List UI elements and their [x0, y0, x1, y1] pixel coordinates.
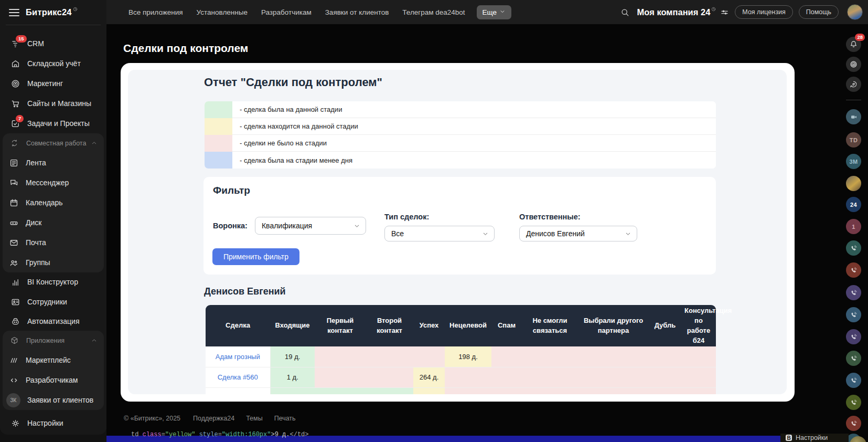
rail-avatar-photo[interactable]	[846, 176, 861, 191]
background-settings-window[interactable]: B Настройки	[780, 434, 849, 442]
copilot-spiral-icon[interactable]	[846, 57, 861, 72]
footer-link-темы[interactable]: Темы	[246, 415, 262, 422]
rail-phone-call-icon[interactable]	[846, 351, 861, 366]
code-segment: =	[218, 431, 222, 438]
rail-phone-call-icon[interactable]	[846, 285, 861, 300]
column-header-нецелевой: Нецелевой	[445, 305, 491, 346]
sidebar-item-label: Маркетинг	[27, 79, 63, 88]
sidebar-item-bi-конструктор[interactable]: BI Конструктор	[4, 272, 102, 292]
sidebar-item-мессенджер[interactable]: Мессенджер	[3, 173, 104, 193]
apply-filter-button[interactable]: Применить фильтр	[212, 248, 299, 265]
table-row: Сделка #5601 д.264 д.	[206, 367, 716, 387]
company-name[interactable]: Моя компания 24	[637, 7, 711, 17]
table-header-row: СделкаВходящиеПервый контактВторой конта…	[206, 305, 716, 346]
filter-heading: Фильтр	[213, 185, 250, 196]
rail-phone-call-icon[interactable]	[846, 262, 861, 278]
deal-type-select[interactable]: Все	[384, 226, 495, 241]
rail-video-call-icon[interactable]	[846, 109, 861, 124]
sidebar-group-header-совместная-работа[interactable]: Совместная работа	[3, 133, 104, 153]
responsible-select[interactable]: Денисов Евгений	[519, 226, 637, 241]
funnel-value: Квалификация	[262, 222, 312, 230]
sliders-icon[interactable]	[720, 8, 729, 17]
topbar-nav-установленные[interactable]: Установленные	[197, 8, 248, 16]
sidebar-item-складской-учёт[interactable]: Складской учёт	[4, 54, 102, 73]
sidebar-item-разработчикам[interactable]: Разработчикам	[3, 370, 104, 390]
rail-avatar-1[interactable]: 1	[846, 219, 861, 234]
rail-avatar-24[interactable]: 24	[846, 197, 861, 212]
license-button[interactable]: Моя лицензия	[735, 5, 792, 19]
help-button[interactable]: Помощь	[799, 5, 839, 19]
stage-cell-pink	[681, 367, 716, 387]
funnel-select[interactable]: Квалификация	[255, 217, 366, 235]
sidebar-item-сайты-и-магазины[interactable]: Сайты и Магазины	[4, 93, 102, 113]
sidebar-item-сотрудники[interactable]: Сотрудники	[4, 292, 102, 312]
rail-phone-call-icon[interactable]	[846, 307, 861, 322]
sidebar-item-настройки[interactable]: Настройки	[4, 413, 102, 433]
code-segment: >9 д.	[271, 431, 290, 438]
rail-divider	[846, 100, 861, 100]
notifications-bell-icon[interactable]: 28	[846, 37, 861, 52]
chevron-down-icon	[625, 230, 631, 237]
sidebar-item-crm[interactable]: 15CRM	[4, 34, 102, 54]
sidebar-item-задачи-и-проекты[interactable]: 7Задачи и Проекты	[4, 113, 102, 133]
chevron-down-icon	[353, 223, 360, 229]
deal-link-сделка-#560[interactable]: Сделка #560	[218, 373, 258, 381]
rail-phone-call-icon[interactable]	[846, 373, 861, 388]
stage-cell-pink	[413, 346, 445, 367]
stage-cell-green	[366, 387, 413, 394]
marketplace-icon	[8, 355, 19, 365]
deal-name-cell: Адам грозный	[206, 346, 270, 367]
column-header-консультация-по-работе-б24: Консультация по работе б24	[681, 305, 716, 346]
topbar-nav-телеграм-dea24bot[interactable]: Телеграм dea24bot	[402, 8, 465, 16]
sidebar-item-автоматизация[interactable]: Автоматизация	[4, 311, 102, 331]
legend-row: - сделки не было на стадии	[205, 135, 716, 152]
stage-cell-pink	[578, 367, 649, 387]
code-icon	[8, 375, 19, 385]
stage-cell-pink	[366, 346, 413, 367]
sidebar-item-календарь[interactable]: Календарь	[3, 193, 104, 213]
chat-sync-icon[interactable]	[846, 77, 861, 92]
menu-hamburger-icon[interactable]	[9, 9, 19, 16]
sidebar-item-маркетинг[interactable]: Маркетинг	[4, 73, 102, 93]
notification-badge: 7	[15, 114, 25, 123]
stage-cell-green: 1 д.	[270, 367, 315, 387]
footer-link-поддержка24[interactable]: Поддержка24	[193, 415, 234, 422]
registered-mark-icon	[73, 7, 78, 12]
sidebar-item-лента[interactable]: Лента	[3, 153, 104, 173]
rail-phone-call-icon[interactable]	[846, 329, 861, 344]
stage-cell-pink	[491, 387, 522, 394]
groups-icon	[8, 257, 19, 268]
crm-icon: 15	[10, 38, 20, 49]
topbar-nav-разработчикам[interactable]: Разработчикам	[261, 8, 312, 16]
rail-phone-call-icon[interactable]	[846, 240, 861, 256]
stage-cell-pink	[649, 387, 681, 394]
sidebar-panel: Битрикс24 15CRMСкладской учётМаркетингСа…	[0, 0, 106, 435]
sidebar-item-почта[interactable]: Почта	[3, 233, 104, 252]
sidebar-group-header-приложения[interactable]: Приложения	[3, 331, 104, 350]
search-icon[interactable]	[620, 7, 630, 17]
bi-icon	[10, 277, 20, 287]
rail-phone-call-icon[interactable]	[846, 395, 861, 410]
code-segment: "yellow"	[165, 431, 196, 438]
footer-link-печать[interactable]: Печать	[274, 415, 296, 422]
sidebar-item-группы[interactable]: Группы	[3, 252, 104, 272]
app-root: Все приложенияУстановленныеРазработчикам…	[0, 0, 868, 442]
rail-phone-call-icon[interactable]	[846, 416, 861, 431]
topbar-nav-все-приложения[interactable]: Все приложения	[128, 8, 183, 16]
rail-avatar-3m[interactable]: 3M	[846, 154, 861, 169]
more-button[interactable]: Еще	[477, 5, 511, 19]
sidebar-item-маркетплейс[interactable]: Маркетплейс	[3, 350, 104, 370]
mail-icon	[8, 237, 19, 248]
3k-circle-badge: 3К	[6, 393, 20, 407]
column-header-сделка: Сделка	[206, 305, 270, 346]
sidebar-item-диск[interactable]: Диск	[3, 213, 104, 233]
table-row	[206, 387, 716, 394]
tasks-icon: 7	[10, 118, 20, 129]
sidebar-item-заявки-от-клиентов[interactable]: 3КЗаявки от клиентов	[3, 390, 104, 410]
stage-cell-green: 19 д.	[270, 346, 315, 367]
rail-avatar-td[interactable]: TD	[846, 132, 861, 148]
topbar-nav-заявки-от-клиентов[interactable]: Заявки от клиентов	[325, 8, 389, 16]
deal-link-адам-грозный[interactable]: Адам грозный	[216, 353, 260, 361]
user-avatar[interactable]	[847, 4, 863, 20]
stage-cell-pink	[315, 346, 366, 367]
